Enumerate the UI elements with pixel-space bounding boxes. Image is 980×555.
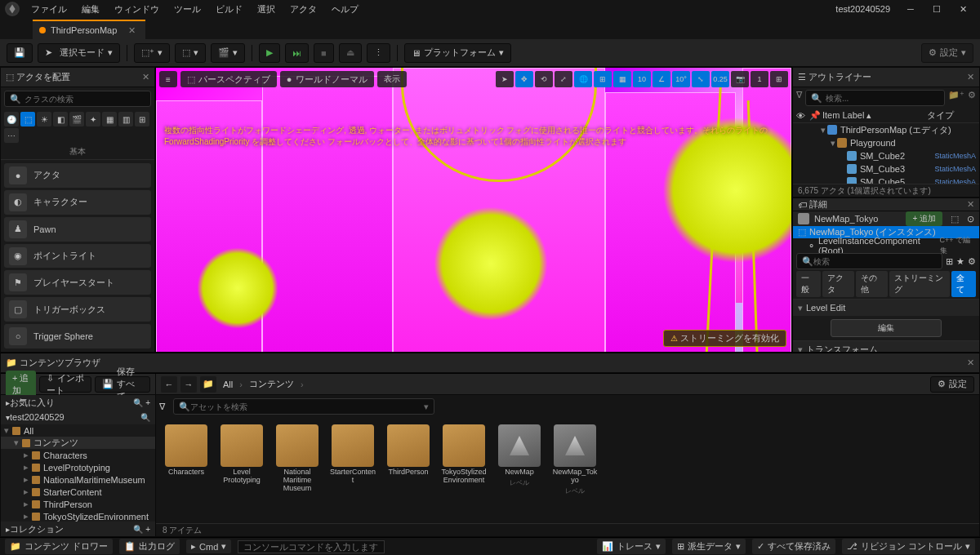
trace-button[interactable]: 📊 トレース ▾ — [597, 539, 666, 554]
nav-folder-icon[interactable]: 📁 — [200, 376, 216, 393]
skip-button[interactable]: ⏭ — [285, 43, 309, 63]
cb-tree-row[interactable]: ▸StarterContent — [1, 486, 155, 498]
outliner-row[interactable]: SM_Cube2StaticMeshA — [793, 149, 979, 162]
place-search-input[interactable] — [24, 95, 145, 104]
vp-scale-tool[interactable]: ⤢ — [555, 71, 572, 87]
cb-add-button[interactable]: + 追加 — [6, 371, 36, 398]
cb-favorites-header[interactable]: ▸ お気に入り🔍 + — [1, 395, 155, 410]
vp-translate-tool[interactable]: ✥ — [515, 71, 533, 87]
streaming-badge[interactable]: ⚠ ストリーミングを有効化 — [663, 330, 786, 347]
menu-tools[interactable]: ツール — [167, 2, 207, 17]
cinematics-button[interactable]: 🎬▾ — [211, 43, 245, 63]
derived-data-button[interactable]: ⊞ 派生データ ▾ — [672, 539, 746, 554]
crumb-content[interactable]: コンテンツ — [246, 378, 297, 390]
window-maximize[interactable]: ☐ — [924, 2, 949, 16]
blueprints-button[interactable]: ⬚▾ — [175, 43, 206, 63]
outliner-row[interactable]: ▾ThirdPersonMap (エディタ) — [793, 123, 979, 136]
grid-icon[interactable]: ⊞ — [946, 256, 953, 267]
vp-grid-size[interactable]: 10 — [633, 71, 651, 87]
nav-back-icon[interactable]: ← — [161, 376, 177, 393]
viewport-viewmode[interactable]: ●ワールドノーマル — [280, 71, 374, 87]
cb-tree-row[interactable]: ▾コンテンツ — [1, 437, 155, 449]
place-item[interactable]: ●アクタ — [4, 163, 151, 188]
details-tab[interactable]: ストリーミング — [889, 271, 951, 297]
play-button[interactable]: ▶ — [259, 43, 280, 63]
section-level-edit[interactable]: ▾Level Edit — [793, 300, 979, 316]
revision-control-button[interactable]: ⎇ リビジョン コントロール ▾ — [842, 539, 975, 554]
place-search[interactable]: 🔍 — [4, 91, 151, 107]
details-search[interactable] — [813, 257, 937, 266]
cat-lights-icon[interactable]: ☀ — [37, 112, 51, 127]
cb-tree-row[interactable]: ▸TokyoStylizedEnvironment — [1, 510, 155, 522]
cb-asset[interactable]: Characters — [163, 424, 210, 477]
col-item-label[interactable]: Item Label ▴ — [822, 110, 927, 121]
details-tab[interactable]: 全て — [951, 271, 976, 297]
panel-close-icon[interactable]: ✕ — [967, 357, 974, 368]
cat-geo-icon[interactable]: ▦ — [102, 112, 117, 127]
vp-camspeed-val[interactable]: 1 — [751, 71, 768, 87]
save-status[interactable]: ✓ すべて保存済み — [752, 539, 835, 554]
details-tab[interactable]: 一般 — [796, 271, 821, 297]
filter-icon[interactable]: ∇ — [796, 90, 802, 106]
cat-misc-icon[interactable]: ⋯ — [4, 128, 19, 143]
console-input[interactable] — [238, 540, 385, 553]
stop-button[interactable]: ■ — [314, 43, 334, 63]
vp-scale-snap[interactable]: ⤡ — [692, 71, 710, 87]
crumb-all[interactable]: All — [220, 380, 236, 389]
cb-import-button[interactable]: ⇩ インポート — [39, 376, 91, 393]
viewport[interactable]: ≡ ⬚パースペクティブ ●ワールドノーマル 表示 ➤ ✥ ⟲ ⤢ 🌐 ⊞ ▦ 1… — [155, 67, 792, 353]
browse-icon[interactable]: ⊙ — [967, 214, 974, 224]
vp-rotate-tool[interactable]: ⟲ — [535, 71, 553, 87]
viewport-menu[interactable]: ≡ — [159, 71, 177, 87]
folder-plus-icon[interactable]: 📁⁺ — [948, 90, 964, 106]
outliner-row[interactable]: SM_Cube3StaticMeshA — [793, 162, 979, 175]
vp-surface-snap[interactable]: ⊞ — [594, 71, 612, 87]
cb-search[interactable]: 🔍▾ — [173, 398, 434, 415]
window-minimize[interactable]: ─ — [898, 2, 923, 16]
menu-select[interactable]: 選択 — [251, 2, 282, 17]
menu-actor[interactable]: アクタ — [283, 2, 323, 17]
cb-tree-row[interactable]: ▾All — [1, 424, 155, 437]
content-drawer-button[interactable]: 📁 コンテンツ ドロワー — [5, 539, 113, 554]
details-tab[interactable]: アクタ — [822, 271, 854, 297]
cb-tree-row[interactable]: ▸NationalMaritimeMuseum — [1, 473, 155, 486]
star-icon[interactable]: ★ — [956, 256, 964, 267]
cb-asset[interactable]: NewMap_Tokyoレベル — [551, 424, 599, 495]
level-edit-button[interactable]: 編集 — [831, 319, 942, 337]
cb-settings[interactable]: ⚙ 設定 — [930, 376, 974, 393]
nav-fwd-icon[interactable]: → — [180, 376, 197, 393]
viewport-show[interactable]: 表示 — [377, 71, 407, 87]
settings-dropdown[interactable]: ⚙設定▾ — [921, 43, 973, 63]
menu-window[interactable]: ウィンドウ — [108, 2, 166, 17]
cat-cine-icon[interactable]: 🎬 — [69, 112, 84, 127]
cmd-dropdown[interactable]: ▸ Cmd ▾ — [186, 539, 231, 553]
vp-grid-snap[interactable]: ▦ — [613, 71, 631, 87]
col-type[interactable]: タイプ — [927, 109, 976, 122]
cb-tree-row[interactable]: ▸ThirdPerson — [1, 498, 155, 510]
play-options[interactable]: ⋮ — [367, 43, 390, 63]
cb-asset[interactable]: Level Prototyping — [218, 424, 265, 485]
vp-select-tool[interactable]: ➤ — [496, 71, 514, 87]
add-content-button[interactable]: ⬚⁺▾ — [134, 43, 170, 63]
menu-help[interactable]: ヘルプ — [325, 2, 365, 17]
panel-close-icon[interactable]: ✕ — [967, 72, 974, 82]
blueprint-button-icon[interactable]: ⬚ — [951, 214, 959, 224]
mode-dropdown[interactable]: ➤選択モード▾ — [38, 43, 120, 63]
gear-icon[interactable]: ⚙ — [968, 90, 976, 106]
cb-collections-header[interactable]: ▸ コレクション🔍 + — [1, 522, 155, 536]
outliner-row[interactable]: SM_Cube5StaticMeshA — [793, 175, 979, 184]
window-close[interactable]: ✕ — [951, 2, 975, 16]
vp-maximize[interactable]: ⊞ — [770, 71, 788, 87]
cb-tree-row[interactable]: ▸Characters — [1, 449, 155, 461]
outliner-row[interactable]: ▾Playground — [793, 136, 979, 149]
platform-dropdown[interactable]: 🖥プラットフォーム▾ — [404, 43, 511, 63]
cat-shapes-icon[interactable]: ◧ — [53, 112, 68, 127]
cb-search-input[interactable] — [190, 402, 424, 411]
cb-project-header[interactable]: ▾ test20240529🔍 — [1, 410, 155, 424]
gear-icon[interactable]: ⚙ — [968, 256, 976, 267]
cb-asset[interactable]: NewMapレベル — [496, 424, 543, 487]
menu-edit[interactable]: 編集 — [75, 2, 106, 17]
details-tab[interactable]: その他 — [856, 271, 888, 297]
save-button[interactable]: 💾 — [7, 43, 33, 63]
place-item[interactable]: ◐キャラクター — [4, 190, 151, 215]
